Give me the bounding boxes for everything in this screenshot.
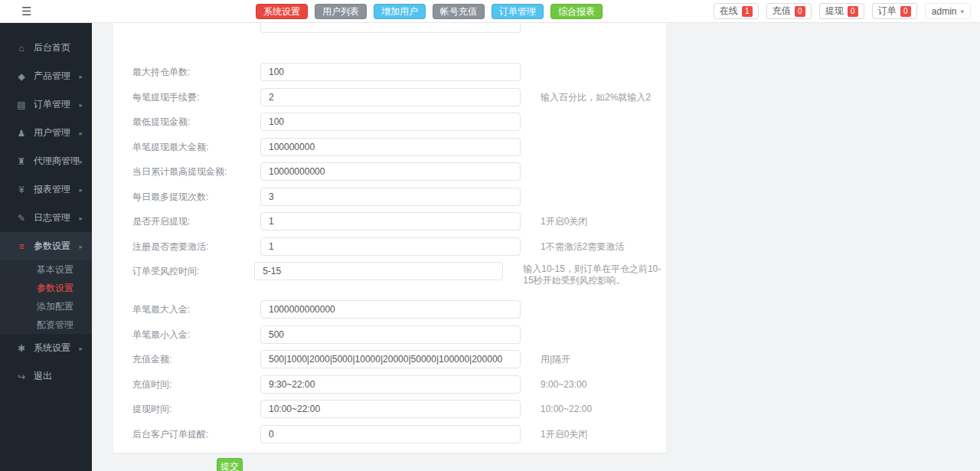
field-input-partial[interactable] (260, 23, 521, 33)
sidebar-item-label: 后台首页 (34, 41, 70, 54)
quick-buttons: 系统设置用户列表增加用户帐号充值订单管理综合报表 (256, 4, 603, 19)
sidebar-subitem-basic-settings[interactable]: 基本设置 (0, 260, 92, 279)
field-label: 充值时间: (132, 375, 260, 394)
form-row: 每笔提现手续费:输入百分比，如2%就输入2 (113, 88, 666, 106)
status-count-badge: 1 (742, 6, 753, 17)
field-input-6[interactable] (260, 212, 521, 231)
quick-button-add-user[interactable]: 增加用户 (374, 4, 426, 19)
caret-right-icon: ▸ (79, 345, 83, 352)
field-input-4[interactable] (260, 162, 521, 181)
caret-right-icon: ▸ (79, 186, 83, 194)
quick-button-report-summary[interactable]: 综合报表 (550, 4, 603, 19)
sidebar-item-label: 订单管理 (34, 98, 70, 111)
sidebar-item-label: 系统设置 (34, 342, 70, 355)
home-icon: ⌂ (15, 43, 28, 54)
agent-icon: ♜ (15, 156, 28, 167)
field-label: 订单受风控时间: (132, 262, 254, 280)
report-icon: ¥ (15, 185, 28, 195)
sidebar-item-label: 报表管理 (34, 183, 70, 196)
field-hint: 用|隔开 (541, 350, 570, 368)
field-input-2[interactable] (260, 113, 521, 131)
admin-dropdown[interactable]: admin ▾ (925, 3, 971, 19)
field-input-7[interactable] (260, 237, 521, 256)
field-label: 最低提现金额: (132, 113, 260, 131)
menu-toggle-icon[interactable]: ☰ (21, 5, 31, 18)
field-label: 单笔提现最大金额: (132, 138, 260, 156)
quick-button-system-settings[interactable]: 系统设置 (256, 4, 308, 19)
caret-right-icon: ▸ (79, 243, 83, 250)
field-input-11[interactable] (260, 350, 521, 368)
sidebar-subitem-param-settings-sub[interactable]: 参数设置 (0, 279, 92, 297)
quick-button-order-manage[interactable]: 订单管理 (492, 4, 544, 19)
main-content: 最大持仓单数:每笔提现手续费:输入百分比，如2%就输入2最低提现金额:单笔提现最… (92, 23, 980, 471)
field-label: 单笔最小入金: (132, 325, 260, 344)
form-row: 订单受风控时间:输入10-15，则订单在平仓之前10-15秒开始受到风控影响。 (113, 262, 666, 286)
sidebar-item-label: 退出 (34, 370, 52, 383)
form-row: 最低提现金额: (113, 113, 666, 131)
form-row: 单笔提现最大金额: (113, 138, 666, 156)
form-row: 最大持仓单数: (113, 63, 666, 81)
field-input-10[interactable] (260, 325, 521, 344)
sidebar-item-user-manage[interactable]: ♟用户管理▸ (0, 119, 92, 147)
sidebar-item-param-settings[interactable]: ≡参数设置▸ (0, 232, 92, 260)
caret-right-icon: ▸ (79, 129, 83, 137)
sidebar-item-agent-manage[interactable]: ♜代理商管理▸ (0, 147, 92, 175)
sidebar-item-product-manage[interactable]: ◆产品管理▸ (0, 62, 92, 90)
field-input-9[interactable] (260, 300, 521, 319)
status-count-badge: 0 (848, 6, 858, 17)
quick-button-user-list[interactable]: 用户列表 (315, 4, 367, 19)
field-input-12[interactable] (260, 375, 521, 394)
status-count-badge: 0 (900, 6, 911, 17)
field-label: 最大持仓单数: (132, 63, 260, 81)
status-box-recharge[interactable]: 充值0 (766, 3, 812, 19)
field-input-0[interactable] (260, 63, 521, 81)
field-input-14[interactable] (260, 425, 521, 443)
sidebar-item-order-manage[interactable]: ▤订单管理▸ (0, 90, 92, 119)
sidebar-item-log-manage[interactable]: ✎日志管理▸ (0, 204, 92, 232)
gear-icon: ✱ (15, 343, 28, 354)
settings-form-card: 最大持仓单数:每笔提现手续费:输入百分比，如2%就输入2最低提现金额:单笔提现最… (113, 23, 666, 453)
sidebar-menu: ⌂后台首页◆产品管理▸▤订单管理▸♟用户管理▸♜代理商管理▸¥报表管理▸✎日志管… (0, 23, 92, 471)
field-input-3[interactable] (260, 138, 521, 156)
form-row: 充值时间:9:00~23:00 (113, 375, 666, 394)
order-icon: ▤ (15, 100, 28, 110)
field-label: 单笔最大入金: (132, 300, 260, 319)
sidebar-item-label: 产品管理 (34, 70, 70, 83)
form-rows: 最大持仓单数:每笔提现手续费:输入百分比，如2%就输入2最低提现金额:单笔提现最… (113, 63, 666, 471)
caret-right-icon: ▸ (79, 73, 83, 80)
form-row: 单笔最小入金: (113, 325, 666, 344)
sidebar-item-logout[interactable]: ↪退出 (0, 362, 92, 391)
field-input-8[interactable] (254, 262, 503, 280)
users-icon: ♟ (15, 128, 28, 139)
field-input-1[interactable] (260, 88, 521, 106)
field-label: 后台客户订单提醒: (132, 425, 260, 443)
field-label: 注册是否需要激活: (132, 237, 260, 256)
caret-right-icon: ▸ (79, 101, 83, 109)
sidebar-subitem-add-config[interactable]: 添加配置 (0, 297, 92, 316)
field-hint: 1开启0关闭 (541, 425, 587, 443)
sidebar-item-report-manage[interactable]: ¥报表管理▸ (0, 175, 92, 204)
status-box-order[interactable]: 订单0 (872, 3, 917, 19)
field-hint: 9:00~23:00 (541, 375, 586, 394)
status-label: 提现 (825, 5, 844, 18)
sidebar-item-label: 参数设置 (34, 240, 70, 253)
field-hint: 输入10-15，则订单在平仓之前10-15秒开始受到风控影响。 (523, 262, 666, 286)
submit-button[interactable]: 提交 (217, 458, 243, 471)
status-area: 在线1充值0提现0订单0 admin ▾ (714, 3, 971, 19)
status-label: 在线 (720, 5, 738, 18)
sidebar-item-dashboard[interactable]: ⌂后台首页 (0, 34, 92, 62)
sidebar-subitem-config-manage[interactable]: 配资管理 (0, 316, 92, 334)
sidebar-item-label: 代理商管理 (34, 155, 80, 168)
status-box-online[interactable]: 在线1 (714, 3, 759, 19)
topbar: ☰ 系统设置用户列表增加用户帐号充值订单管理综合报表 在线1充值0提现0订单0 … (0, 0, 980, 23)
sidebar-submenu: 基本设置参数设置添加配置配资管理 (0, 260, 92, 334)
sidebar-item-label: 用户管理 (34, 126, 70, 139)
field-input-5[interactable] (260, 188, 521, 206)
form-row: 后台客户订单提醒:1开启0关闭 (113, 425, 666, 443)
field-hint: 1开启0关闭 (541, 212, 587, 231)
caret-down-icon: ▾ (960, 8, 964, 15)
status-box-withdraw[interactable]: 提现0 (819, 3, 864, 19)
quick-button-account-recharge[interactable]: 帐号充值 (433, 4, 485, 19)
sidebar-item-system-settings[interactable]: ✱系统设置▸ (0, 334, 92, 362)
field-input-13[interactable] (260, 400, 521, 418)
